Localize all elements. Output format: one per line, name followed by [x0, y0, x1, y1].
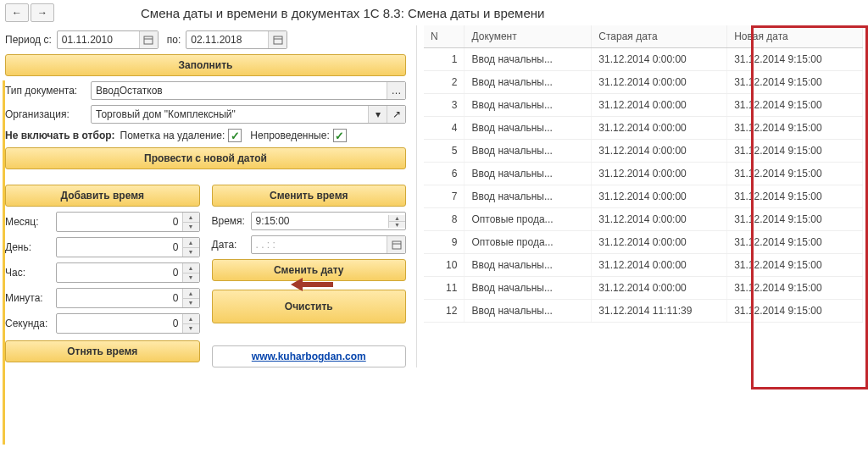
- table-row[interactable]: 2Ввод начальны...31.12.2014 0:00:0031.12…: [424, 71, 863, 94]
- open-icon[interactable]: ↗: [387, 106, 405, 123]
- col-n-header[interactable]: N: [424, 25, 465, 48]
- table-row[interactable]: 5Ввод начальны...31.12.2014 0:00:0031.12…: [424, 140, 863, 163]
- svg-rect-2: [274, 36, 282, 44]
- mark-delete-checkbox[interactable]: ✓: [228, 129, 242, 142]
- svg-rect-0: [144, 36, 153, 44]
- svg-rect-4: [392, 241, 401, 249]
- period-to-label: по:: [167, 34, 181, 46]
- spin-down-icon[interactable]: ▼: [183, 324, 199, 334]
- date-input[interactable]: . . : :: [251, 235, 407, 254]
- clear-button[interactable]: Очистить: [212, 290, 407, 323]
- minute-stepper[interactable]: 0 ▲▼: [56, 288, 200, 308]
- cell-new: 31.12.2014 9:15:00: [727, 71, 863, 94]
- cell-n: 11: [424, 277, 465, 300]
- cell-old: 31.12.2014 0:00:00: [592, 140, 727, 163]
- cell-doc: Оптовые прода...: [465, 231, 592, 254]
- org-label: Организация:: [5, 108, 86, 120]
- spin-up-icon[interactable]: ▲: [389, 215, 405, 222]
- ellipsis-icon[interactable]: …: [387, 82, 405, 99]
- hour-stepper[interactable]: 0 ▲▼: [56, 262, 200, 283]
- subtract-time-button[interactable]: Отнять время: [5, 340, 200, 362]
- cell-old: 31.12.2014 0:00:00: [592, 48, 727, 71]
- spin-up-icon[interactable]: ▲: [183, 263, 199, 273]
- second-label: Секунда:: [5, 318, 56, 329]
- cell-old: 31.12.2014 0:00:00: [592, 254, 727, 277]
- table-row[interactable]: 4Ввод начальны...31.12.2014 0:00:0031.12…: [424, 117, 863, 140]
- second-stepper[interactable]: 0 ▲▼: [56, 313, 200, 334]
- cell-n: 2: [424, 71, 465, 94]
- day-label: День:: [5, 241, 56, 253]
- org-input[interactable]: Торговый дом "Комплексный" ▾ ↗: [91, 105, 406, 124]
- cell-old: 31.12.2014 0:00:00: [592, 71, 727, 94]
- table-row[interactable]: 7Ввод начальны...31.12.2014 0:00:0031.12…: [424, 185, 863, 208]
- table-row[interactable]: 3Ввод начальны...31.12.2014 0:00:0031.12…: [424, 94, 863, 117]
- spin-down-icon[interactable]: ▼: [183, 299, 199, 308]
- dropdown-icon[interactable]: ▾: [368, 106, 387, 123]
- table-row[interactable]: 9Оптовые прода...31.12.2014 0:00:0031.12…: [424, 231, 863, 254]
- month-stepper[interactable]: 0 ▲▼: [56, 212, 200, 232]
- calendar-icon[interactable]: [268, 31, 287, 48]
- cell-old: 31.12.2014 0:00:00: [592, 231, 727, 254]
- table-row[interactable]: 8Оптовые прода...31.12.2014 0:00:0031.12…: [424, 208, 863, 231]
- spin-down-icon[interactable]: ▼: [183, 223, 199, 232]
- spin-down-icon[interactable]: ▼: [389, 222, 405, 228]
- table-row[interactable]: 10Ввод начальны...31.12.2014 0:00:0031.1…: [424, 254, 863, 277]
- cell-new: 31.12.2014 9:15:00: [727, 48, 863, 71]
- col-old-header[interactable]: Старая дата: [592, 25, 727, 48]
- cell-doc: Ввод начальны...: [465, 94, 592, 117]
- hour-label: Час:: [5, 267, 56, 279]
- accent-strip: [3, 80, 5, 445]
- documents-table: N Документ Старая дата Новая дата 1Ввод …: [424, 25, 863, 323]
- cell-doc: Ввод начальны...: [465, 185, 592, 208]
- calendar-icon[interactable]: [139, 31, 158, 48]
- doc-type-input[interactable]: ВводОстатков …: [91, 81, 406, 100]
- table-row[interactable]: 11Ввод начальны...31.12.2014 0:00:0031.1…: [424, 277, 863, 300]
- change-date-button[interactable]: Сменить дату: [212, 259, 407, 281]
- cell-new: 31.12.2014 9:15:00: [727, 254, 863, 277]
- change-time-button[interactable]: Сменить время: [212, 185, 407, 207]
- unposted-checkbox[interactable]: ✓: [333, 129, 347, 142]
- cell-doc: Ввод начальны...: [465, 48, 592, 71]
- cell-old: 31.12.2014 0:00:00: [592, 208, 727, 231]
- spin-up-icon[interactable]: ▲: [183, 238, 199, 248]
- cell-new: 31.12.2014 9:15:00: [727, 231, 863, 254]
- cell-old: 31.12.2014 0:00:00: [592, 94, 727, 117]
- period-from-input[interactable]: 01.11.2010: [57, 30, 159, 49]
- post-button[interactable]: Провести с новой датой: [5, 147, 406, 169]
- mark-delete-label: Пометка на удаление:: [120, 130, 225, 141]
- cell-new: 31.12.2014 9:15:00: [727, 300, 863, 323]
- add-time-button[interactable]: Добавить время: [5, 185, 200, 207]
- spin-down-icon[interactable]: ▼: [183, 273, 199, 283]
- cell-old: 31.12.2014 0:00:00: [592, 163, 727, 185]
- table-row[interactable]: 6Ввод начальны...31.12.2014 0:00:0031.12…: [424, 163, 863, 185]
- cell-doc: Ввод начальны...: [465, 254, 592, 277]
- cell-doc: Ввод начальны...: [465, 140, 592, 163]
- calendar-icon[interactable]: [387, 236, 405, 253]
- time-input[interactable]: 9:15:00 ▲▼: [251, 212, 407, 230]
- cell-doc: Ввод начальны...: [465, 300, 592, 323]
- page-title: Смена даты и времени в документах 1С 8.3…: [141, 6, 544, 20]
- cell-doc: Ввод начальны...: [465, 163, 592, 185]
- cell-doc: Ввод начальны...: [465, 71, 592, 94]
- cell-new: 31.12.2014 9:15:00: [727, 140, 863, 163]
- nav-forward-button[interactable]: →: [31, 3, 54, 22]
- day-stepper[interactable]: 0 ▲▼: [56, 237, 200, 257]
- cell-n: 10: [424, 254, 465, 277]
- cell-old: 31.12.2014 0:00:00: [592, 117, 727, 140]
- nav-back-button[interactable]: ←: [5, 3, 29, 22]
- period-to-input[interactable]: 02.11.2018: [186, 30, 287, 49]
- site-link[interactable]: www.kuharbogdan.com: [212, 345, 407, 367]
- col-doc-header[interactable]: Документ: [465, 25, 592, 48]
- time-label: Время:: [212, 215, 251, 227]
- cell-n: 12: [424, 300, 465, 323]
- col-new-header[interactable]: Новая дата: [727, 25, 863, 48]
- spin-down-icon[interactable]: ▼: [183, 248, 199, 257]
- minute-label: Минута:: [5, 292, 56, 304]
- spin-up-icon[interactable]: ▲: [183, 289, 199, 299]
- spin-up-icon[interactable]: ▲: [183, 213, 199, 223]
- spin-up-icon[interactable]: ▲: [183, 314, 199, 324]
- table-row[interactable]: 12Ввод начальны...31.12.2014 11:11:3931.…: [424, 300, 863, 323]
- cell-n: 8: [424, 208, 465, 231]
- fill-button[interactable]: Заполнить: [5, 54, 406, 76]
- table-row[interactable]: 1Ввод начальны...31.12.2014 0:00:0031.12…: [424, 48, 863, 71]
